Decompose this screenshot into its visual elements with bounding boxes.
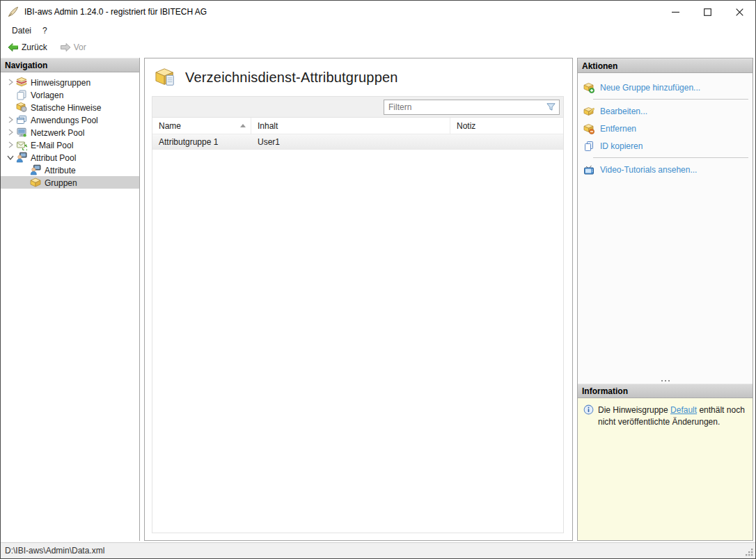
action-label: ID kopieren: [600, 141, 643, 151]
email-pool-icon: [16, 139, 27, 150]
title-bar: IBI-aws Admin 1.24.0 - registriert für I…: [1, 1, 755, 23]
navigation-header: Navigation: [1, 58, 139, 72]
quill-app-icon: [7, 6, 19, 18]
table-row[interactable]: Attributgruppe 1 User1: [152, 134, 563, 150]
action-add-group[interactable]: Neue Gruppe hinzufügen...: [583, 79, 750, 95]
forward-arrow-icon: [60, 42, 71, 53]
static-notices-icon: [16, 102, 27, 113]
data-file-path: D:\IBI-aws\Admin\Data.xml: [5, 546, 104, 556]
actions-separator: [593, 157, 748, 158]
navigation-tree: Hinweisgruppen Vorlagen: [1, 72, 139, 189]
main-panel: Verzeichnisdienst-Attributgruppen: [144, 58, 573, 541]
tree-label: Statische Hinweise: [31, 102, 101, 113]
forward-button[interactable]: Vor: [57, 40, 89, 54]
filter-input[interactable]: [388, 102, 546, 112]
tree-label: Attribute: [45, 165, 76, 175]
menu-bar: Datei ?: [1, 23, 755, 38]
notice-groups-icon: [16, 77, 27, 88]
close-button[interactable]: [723, 1, 755, 23]
menu-datei[interactable]: Datei: [6, 24, 37, 37]
tree-item-attribut-pool[interactable]: Attribut Pool: [1, 151, 139, 164]
information-body: Die Hinweisgruppe Default enthält noch n…: [578, 398, 753, 540]
cell-notiz: [450, 134, 563, 149]
tree-item-email-pool[interactable]: E-Mail Pool: [1, 139, 139, 151]
group-remove-icon: [583, 123, 594, 134]
sort-ascending-icon: [240, 124, 246, 127]
application-pool-icon: [16, 114, 27, 125]
tree-item-statische-hinweise[interactable]: Statische Hinweise: [1, 101, 139, 113]
attributes-icon: [30, 164, 41, 175]
panel-splitter[interactable]: [578, 377, 753, 384]
action-edit[interactable]: Bearbeiten...: [583, 103, 750, 119]
actions-list: Neue Gruppe hinzufügen... Bearbeiten...: [578, 73, 753, 377]
tree-item-vorlagen[interactable]: Vorlagen: [1, 88, 139, 101]
cell-inhalt: User1: [251, 134, 450, 149]
splitter-grip-icon: [665, 380, 666, 381]
action-label: Entfernen: [600, 123, 636, 134]
tree-label: Anwendungs Pool: [31, 115, 98, 125]
group-list: Name Inhalt Notiz Attributgruppe 1 User1: [152, 96, 564, 533]
window-title: IBI-aws Admin 1.24.0 - registriert für I…: [24, 7, 207, 17]
group-add-icon: [583, 82, 594, 93]
column-header-name[interactable]: Name: [152, 118, 251, 134]
tree-item-anwendungs-pool[interactable]: Anwendungs Pool: [1, 113, 139, 126]
tree-item-gruppen[interactable]: Gruppen: [1, 176, 139, 189]
actions-header: Aktionen: [578, 58, 753, 73]
tree-label: Gruppen: [45, 178, 77, 188]
filter-field: [384, 100, 560, 115]
content-area: Navigation Hinweisgruppen: [1, 56, 755, 542]
navigation-panel: Navigation Hinweisgruppen: [1, 58, 140, 541]
maximize-button[interactable]: [691, 1, 723, 23]
app-window: IBI-aws Admin 1.24.0 - registriert für I…: [0, 0, 756, 559]
tree-label: Hinweisgruppen: [31, 77, 90, 88]
right-panel: Aktionen Neue Gruppe hinzufügen...: [577, 58, 753, 541]
chevron-right-icon[interactable]: [5, 139, 16, 150]
back-button-label: Zurück: [22, 42, 47, 52]
network-pool-icon: [16, 127, 27, 138]
back-button[interactable]: Zurück: [5, 40, 50, 54]
resize-grip[interactable]: [745, 548, 754, 557]
tree-item-hinweisgruppen[interactable]: Hinweisgruppen: [1, 76, 139, 88]
minimize-button[interactable]: [659, 1, 691, 23]
chevron-right-icon[interactable]: [5, 77, 16, 88]
page-title-block: Verzeichnisdienst-Attributgruppen: [155, 67, 564, 88]
back-arrow-icon: [8, 42, 19, 53]
tree-label: Vorlagen: [31, 90, 63, 100]
default-group-link[interactable]: Default: [670, 405, 697, 415]
forward-button-label: Vor: [74, 42, 86, 52]
chevron-right-icon[interactable]: [5, 127, 16, 138]
chevron-right-icon[interactable]: [5, 114, 16, 125]
video-tutorials-icon: [583, 164, 594, 175]
information-message: Die Hinweisgruppe Default enthält noch n…: [598, 404, 746, 428]
copy-icon: [583, 141, 594, 152]
table-empty-area: [152, 150, 563, 533]
groups-icon: [30, 177, 41, 188]
action-remove[interactable]: Entfernen: [583, 120, 750, 136]
filter-bar: [152, 97, 563, 118]
chevron-down-icon[interactable]: [5, 152, 16, 163]
tree-label: Netzwerk Pool: [31, 127, 84, 138]
status-bar: D:\IBI-aws\Admin\Data.xml: [1, 542, 755, 558]
tree-label: E-Mail Pool: [31, 140, 73, 150]
information-header: Information: [578, 384, 753, 398]
column-header-notiz[interactable]: Notiz: [450, 118, 563, 134]
menu-help[interactable]: ?: [37, 24, 53, 37]
actions-separator: [593, 99, 748, 100]
filter-funnel-icon[interactable]: [546, 102, 556, 112]
tree-item-netzwerk-pool[interactable]: Netzwerk Pool: [1, 126, 139, 139]
page-title: Verzeichnisdienst-Attributgruppen: [185, 70, 398, 86]
attribute-groups-icon: [155, 67, 177, 88]
info-icon: [583, 404, 594, 415]
cell-name: Attributgruppe 1: [152, 134, 251, 149]
nav-toolbar: Zurück Vor: [1, 38, 755, 56]
table-header-row: Name Inhalt Notiz: [152, 118, 563, 134]
action-label: Neue Gruppe hinzufügen...: [600, 82, 700, 93]
templates-icon: [16, 89, 27, 100]
tree-item-attribute[interactable]: Attribute: [1, 164, 139, 176]
action-video-tutorials[interactable]: Video-Tutorials ansehen...: [583, 162, 750, 178]
group-edit-icon: [583, 106, 594, 117]
action-label: Video-Tutorials ansehen...: [600, 164, 697, 175]
column-header-inhalt[interactable]: Inhalt: [251, 118, 450, 134]
action-copy-id[interactable]: ID kopieren: [583, 138, 750, 154]
attribute-pool-icon: [16, 152, 27, 163]
